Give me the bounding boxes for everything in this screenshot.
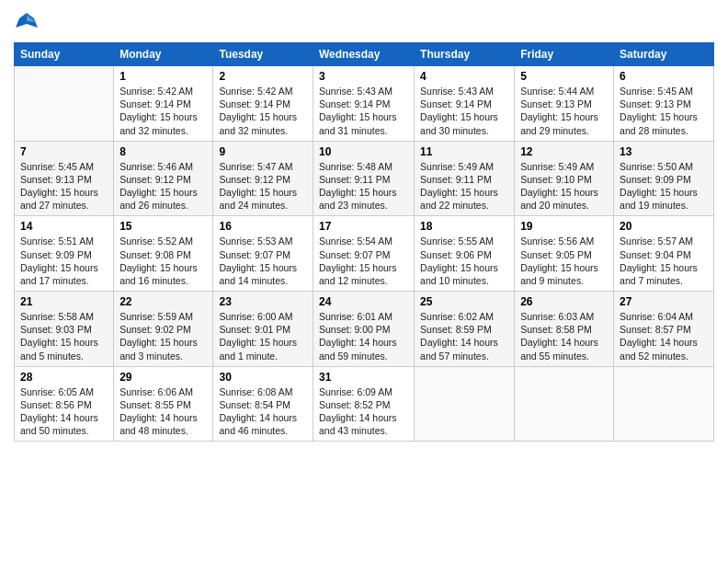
day-info: Sunrise: 5:46 AMSunset: 9:12 PMDaylight:… — [119, 160, 207, 213]
weekday-header-row: SundayMondayTuesdayWednesdayThursdayFrid… — [15, 43, 714, 66]
day-info: Sunrise: 5:43 AMSunset: 9:14 PMDaylight:… — [420, 85, 508, 137]
day-info: Sunrise: 6:04 AMSunset: 8:57 PMDaylight:… — [620, 310, 708, 362]
calendar-cell: 20 Sunrise: 5:57 AMSunset: 9:04 PMDaylig… — [614, 216, 714, 292]
day-info: Sunrise: 5:45 AMSunset: 9:13 PMDaylight:… — [20, 160, 108, 213]
calendar-cell: 3 Sunrise: 5:43 AMSunset: 9:14 PMDayligh… — [313, 66, 414, 142]
day-number: 30 — [219, 371, 307, 384]
day-number: 9 — [219, 145, 307, 158]
weekday-header-tuesday: Tuesday — [213, 43, 313, 66]
page-header — [14, 9, 714, 35]
day-info: Sunrise: 5:44 AMSunset: 9:13 PMDaylight:… — [520, 85, 608, 137]
calendar-cell: 31 Sunrise: 6:09 AMSunset: 8:52 PMDaylig… — [313, 366, 414, 442]
day-info: Sunrise: 5:49 AMSunset: 9:11 PMDaylight:… — [420, 160, 508, 213]
calendar-cell: 17 Sunrise: 5:54 AMSunset: 9:07 PMDaylig… — [313, 216, 414, 292]
calendar-cell: 30 Sunrise: 6:08 AMSunset: 8:54 PMDaylig… — [213, 366, 313, 442]
calendar-cell: 16 Sunrise: 5:53 AMSunset: 9:07 PMDaylig… — [213, 216, 313, 292]
day-number: 2 — [219, 70, 307, 83]
day-info: Sunrise: 5:53 AMSunset: 9:07 PMDaylight:… — [219, 235, 307, 287]
day-number: 28 — [20, 371, 108, 384]
day-number: 12 — [520, 145, 608, 158]
calendar-cell: 9 Sunrise: 5:47 AMSunset: 9:12 PMDayligh… — [213, 141, 313, 216]
day-info: Sunrise: 5:50 AMSunset: 9:09 PMDaylight:… — [620, 160, 708, 213]
weekday-header-sunday: Sunday — [15, 43, 114, 66]
calendar-cell: 2 Sunrise: 5:42 AMSunset: 9:14 PMDayligh… — [213, 66, 313, 142]
day-info: Sunrise: 5:42 AMSunset: 9:14 PMDaylight:… — [119, 85, 207, 137]
calendar-body: 1 Sunrise: 5:42 AMSunset: 9:14 PMDayligh… — [15, 66, 714, 442]
calendar-cell: 26 Sunrise: 6:03 AMSunset: 8:58 PMDaylig… — [515, 292, 614, 367]
day-number: 8 — [119, 145, 207, 158]
calendar-cell: 27 Sunrise: 6:04 AMSunset: 8:57 PMDaylig… — [614, 292, 714, 367]
day-number: 3 — [319, 70, 408, 83]
calendar-cell: 28 Sunrise: 6:05 AMSunset: 8:56 PMDaylig… — [15, 366, 114, 442]
day-info: Sunrise: 5:43 AMSunset: 9:14 PMDaylight:… — [319, 85, 408, 137]
day-number: 31 — [319, 371, 408, 384]
week-row-2: 7 Sunrise: 5:45 AMSunset: 9:13 PMDayligh… — [15, 141, 714, 216]
day-number: 5 — [520, 70, 608, 83]
calendar-cell: 12 Sunrise: 5:49 AMSunset: 9:10 PMDaylig… — [515, 141, 614, 216]
week-row-1: 1 Sunrise: 5:42 AMSunset: 9:14 PMDayligh… — [15, 66, 714, 142]
day-number: 26 — [520, 295, 608, 308]
calendar-cell: 15 Sunrise: 5:52 AMSunset: 9:08 PMDaylig… — [114, 216, 213, 292]
day-number: 24 — [319, 295, 408, 308]
day-info: Sunrise: 6:03 AMSunset: 8:58 PMDaylight:… — [520, 310, 608, 362]
day-number: 22 — [119, 295, 207, 308]
day-info: Sunrise: 6:05 AMSunset: 8:56 PMDaylight:… — [20, 385, 108, 438]
logo-icon — [14, 9, 40, 35]
day-info: Sunrise: 5:59 AMSunset: 9:02 PMDaylight:… — [119, 310, 207, 362]
calendar-cell: 7 Sunrise: 5:45 AMSunset: 9:13 PMDayligh… — [15, 141, 114, 216]
calendar-cell: 14 Sunrise: 5:51 AMSunset: 9:09 PMDaylig… — [15, 216, 114, 292]
weekday-header-friday: Friday — [515, 43, 614, 66]
day-info: Sunrise: 5:56 AMSunset: 9:05 PMDaylight:… — [520, 235, 608, 287]
weekday-header-thursday: Thursday — [415, 43, 515, 66]
calendar-cell: 29 Sunrise: 6:06 AMSunset: 8:55 PMDaylig… — [114, 366, 213, 442]
calendar-cell — [415, 366, 515, 442]
day-number: 17 — [319, 220, 408, 233]
day-info: Sunrise: 6:06 AMSunset: 8:55 PMDaylight:… — [119, 385, 207, 438]
calendar-cell: 6 Sunrise: 5:45 AMSunset: 9:13 PMDayligh… — [614, 66, 714, 142]
calendar-cell: 10 Sunrise: 5:48 AMSunset: 9:11 PMDaylig… — [313, 141, 414, 216]
week-row-5: 28 Sunrise: 6:05 AMSunset: 8:56 PMDaylig… — [15, 366, 714, 442]
calendar-cell: 25 Sunrise: 6:02 AMSunset: 8:59 PMDaylig… — [415, 292, 515, 367]
day-info: Sunrise: 6:01 AMSunset: 9:00 PMDaylight:… — [319, 310, 408, 362]
day-number: 10 — [319, 145, 408, 158]
week-row-3: 14 Sunrise: 5:51 AMSunset: 9:09 PMDaylig… — [15, 216, 714, 292]
day-number: 19 — [520, 220, 608, 233]
calendar-cell: 19 Sunrise: 5:56 AMSunset: 9:05 PMDaylig… — [515, 216, 614, 292]
calendar-cell: 5 Sunrise: 5:44 AMSunset: 9:13 PMDayligh… — [515, 66, 614, 142]
day-number: 1 — [119, 70, 207, 83]
day-info: Sunrise: 6:08 AMSunset: 8:54 PMDaylight:… — [219, 385, 307, 438]
day-number: 16 — [219, 220, 307, 233]
day-info: Sunrise: 5:48 AMSunset: 9:11 PMDaylight:… — [319, 160, 408, 213]
calendar-cell — [15, 66, 114, 142]
day-number: 21 — [20, 295, 108, 308]
day-number: 23 — [219, 295, 307, 308]
calendar-table: SundayMondayTuesdayWednesdayThursdayFrid… — [14, 42, 714, 442]
day-number: 7 — [20, 145, 108, 158]
day-info: Sunrise: 6:00 AMSunset: 9:01 PMDaylight:… — [219, 310, 307, 362]
day-info: Sunrise: 5:54 AMSunset: 9:07 PMDaylight:… — [319, 235, 408, 287]
day-info: Sunrise: 6:09 AMSunset: 8:52 PMDaylight:… — [319, 385, 408, 438]
day-info: Sunrise: 5:51 AMSunset: 9:09 PMDaylight:… — [20, 235, 108, 287]
day-info: Sunrise: 5:52 AMSunset: 9:08 PMDaylight:… — [119, 235, 207, 287]
day-number: 11 — [420, 145, 508, 158]
calendar-cell: 24 Sunrise: 6:01 AMSunset: 9:00 PMDaylig… — [313, 292, 414, 367]
day-number: 29 — [119, 371, 207, 384]
calendar-cell: 11 Sunrise: 5:49 AMSunset: 9:11 PMDaylig… — [415, 141, 515, 216]
day-number: 13 — [620, 145, 708, 158]
day-info: Sunrise: 5:55 AMSunset: 9:06 PMDaylight:… — [420, 235, 508, 287]
day-info: Sunrise: 5:58 AMSunset: 9:03 PMDaylight:… — [20, 310, 108, 362]
day-info: Sunrise: 5:45 AMSunset: 9:13 PMDaylight:… — [620, 85, 708, 137]
logo — [14, 9, 43, 35]
day-info: Sunrise: 6:02 AMSunset: 8:59 PMDaylight:… — [420, 310, 508, 362]
day-info: Sunrise: 5:47 AMSunset: 9:12 PMDaylight:… — [219, 160, 307, 213]
weekday-header-saturday: Saturday — [614, 43, 714, 66]
day-number: 14 — [20, 220, 108, 233]
calendar-cell — [515, 366, 614, 442]
day-info: Sunrise: 5:57 AMSunset: 9:04 PMDaylight:… — [620, 235, 708, 287]
calendar-cell: 13 Sunrise: 5:50 AMSunset: 9:09 PMDaylig… — [614, 141, 714, 216]
week-row-4: 21 Sunrise: 5:58 AMSunset: 9:03 PMDaylig… — [15, 292, 714, 367]
calendar-cell: 18 Sunrise: 5:55 AMSunset: 9:06 PMDaylig… — [415, 216, 515, 292]
day-number: 27 — [620, 295, 708, 308]
day-info: Sunrise: 5:49 AMSunset: 9:10 PMDaylight:… — [520, 160, 608, 213]
day-number: 18 — [420, 220, 508, 233]
